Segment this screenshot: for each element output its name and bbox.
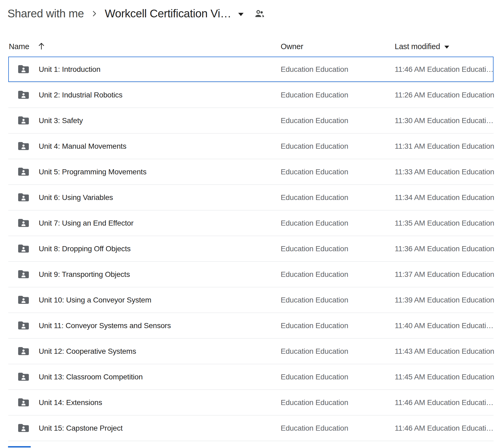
- file-table: Unit 1: Introduction Education Education…: [8, 57, 494, 441]
- file-name: Unit 8: Dropping Off Objects: [39, 236, 131, 262]
- file-owner: Education Education: [281, 210, 348, 236]
- file-last-modified: 11:46 AM Education Educati…: [395, 390, 494, 415]
- file-name: Unit 7: Using an End Effector: [39, 210, 134, 236]
- file-name: Unit 2: Industrial Robotics: [39, 82, 123, 108]
- file-row[interactable]: Unit 2: Industrial Robotics Education Ed…: [8, 82, 494, 108]
- file-row[interactable]: Unit 4: Manual Movements Education Educa…: [8, 133, 494, 159]
- shared-folder-icon: [18, 116, 29, 125]
- breadcrumb-current-folder[interactable]: Workcell Certification Vi…: [105, 7, 231, 20]
- shared-folder-icon: [18, 218, 29, 228]
- file-name: Unit 10: Using a Conveyor System: [39, 287, 151, 313]
- file-last-modified: 11:36 AM Education Education: [395, 236, 494, 262]
- file-owner: Education Education: [281, 185, 348, 210]
- file-name: Unit 4: Manual Movements: [39, 133, 126, 159]
- file-last-modified: 11:46 AM Education Educati…: [395, 415, 494, 441]
- file-owner: Education Education: [281, 82, 348, 108]
- file-owner: Education Education: [281, 159, 348, 185]
- file-last-modified: 11:33 AM Education Education: [395, 159, 494, 185]
- file-owner: Education Education: [281, 415, 348, 441]
- shared-folder-icon: [18, 167, 29, 177]
- folder-dropdown-caret-icon[interactable]: [238, 13, 244, 16]
- shared-folder-icon: [18, 244, 29, 254]
- file-name: Unit 15: Capstone Project: [39, 415, 123, 441]
- file-row[interactable]: Unit 6: Using Variables Education Educat…: [8, 185, 494, 210]
- file-owner: Education Education: [281, 236, 348, 262]
- shared-folder-icon: [18, 423, 29, 433]
- file-owner: Education Education: [281, 287, 348, 313]
- file-name: Unit 5: Programming Movements: [39, 159, 146, 185]
- file-last-modified: 11:35 AM Education Education: [395, 210, 494, 236]
- file-row[interactable]: Unit 3: Safety Education Education 11:30…: [8, 108, 494, 133]
- shared-folder-icon: [18, 90, 29, 100]
- file-row[interactable]: Unit 10: Using a Conveyor System Educati…: [8, 287, 494, 313]
- sort-arrow-up-icon[interactable]: [37, 42, 45, 52]
- file-name: Unit 12: Cooperative Systems: [39, 339, 136, 364]
- file-row[interactable]: Unit 5: Programming Movements Education …: [8, 159, 494, 185]
- chevron-right-icon: [90, 10, 98, 18]
- caret-down-icon[interactable]: [444, 46, 449, 49]
- file-name: Unit 1: Introduction: [39, 57, 100, 82]
- column-header-name[interactable]: Name: [9, 39, 45, 54]
- shared-folder-icon: [18, 65, 29, 74]
- shared-folder-icon: [18, 295, 29, 305]
- file-owner: Education Education: [281, 108, 348, 133]
- file-last-modified: 11:37 AM Education Education: [395, 262, 494, 287]
- column-header-last-modified-label: Last modified: [395, 42, 440, 51]
- shared-folder-icon: [18, 193, 29, 202]
- file-last-modified: 11:26 AM Education Education: [395, 82, 494, 108]
- file-row[interactable]: Unit 12: Cooperative Systems Education E…: [8, 339, 494, 364]
- file-name: Unit 13: Classroom Competition: [39, 364, 143, 390]
- shared-folder-icon: [18, 347, 29, 356]
- file-row[interactable]: Unit 14: Extensions Education Education …: [8, 390, 494, 415]
- file-row[interactable]: Unit 9: Transporting Objects Education E…: [8, 262, 494, 287]
- file-name: Unit 14: Extensions: [39, 390, 102, 415]
- file-row[interactable]: Unit 7: Using an End Effector Education …: [8, 210, 494, 236]
- column-header-owner: Owner: [281, 39, 303, 54]
- file-row[interactable]: Unit 13: Classroom Competition Education…: [8, 364, 494, 390]
- file-name: Unit 11: Conveyor Systems and Sensors: [39, 313, 171, 339]
- column-header-owner-label: Owner: [281, 42, 303, 51]
- file-last-modified: 11:34 AM Education Education: [395, 185, 494, 210]
- file-name: Unit 3: Safety: [39, 108, 83, 133]
- file-owner: Education Education: [281, 313, 348, 339]
- shared-folder-icon: [18, 270, 29, 279]
- shared-folder-icon: [18, 372, 29, 382]
- file-row[interactable]: Unit 8: Dropping Off Objects Education E…: [8, 236, 494, 262]
- file-last-modified: 11:40 AM Education Educati…: [395, 313, 494, 339]
- shared-people-icon: [254, 8, 265, 20]
- file-last-modified: 11:45 AM Education Education: [395, 364, 494, 390]
- column-header-last-modified[interactable]: Last modified: [395, 39, 449, 54]
- file-row[interactable]: Unit 1: Introduction Education Education…: [8, 57, 494, 82]
- file-owner: Education Education: [281, 390, 348, 415]
- file-row[interactable]: Unit 11: Conveyor Systems and Sensors Ed…: [8, 313, 494, 339]
- partial-focus-indicator: [8, 446, 31, 447]
- file-owner: Education Education: [281, 262, 348, 287]
- column-header-name-label: Name: [9, 42, 29, 51]
- shared-folder-icon: [18, 398, 29, 407]
- file-row[interactable]: Unit 15: Capstone Project Education Educ…: [8, 415, 494, 441]
- file-owner: Education Education: [281, 364, 348, 390]
- file-name: Unit 9: Transporting Objects: [39, 262, 130, 287]
- file-last-modified: 11:30 AM Education Educati…: [395, 108, 494, 133]
- file-owner: Education Education: [281, 57, 348, 82]
- column-headers: Name Owner Last modified: [8, 39, 494, 54]
- shared-folder-icon: [18, 321, 29, 331]
- file-owner: Education Education: [281, 133, 348, 159]
- breadcrumb: Shared with me Workcell Certification Vi…: [7, 5, 265, 22]
- file-owner: Education Education: [281, 339, 348, 364]
- breadcrumb-shared-with-me[interactable]: Shared with me: [7, 7, 84, 20]
- file-last-modified: 11:46 AM Education Educati…: [395, 57, 494, 82]
- file-last-modified: 11:39 AM Education Education: [395, 287, 494, 313]
- file-last-modified: 11:43 AM Education Education: [395, 339, 494, 364]
- file-last-modified: 11:31 AM Education Education: [395, 133, 494, 159]
- file-name: Unit 6: Using Variables: [39, 185, 113, 210]
- shared-folder-icon: [18, 142, 29, 151]
